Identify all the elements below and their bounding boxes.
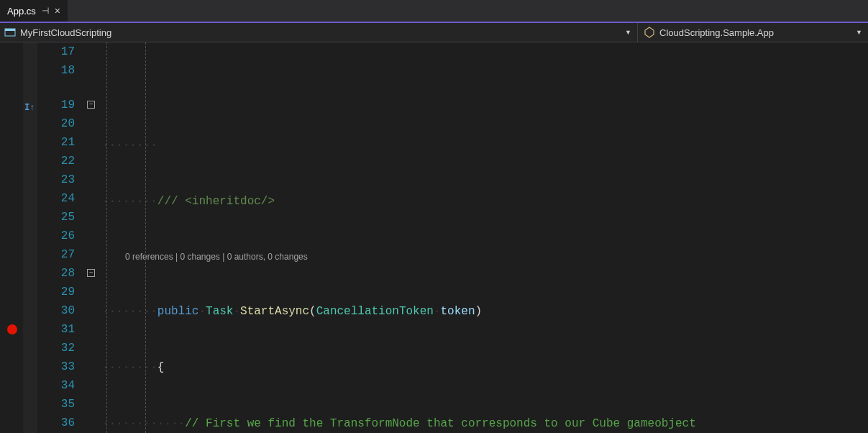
line-number: 20 xyxy=(37,114,75,133)
nav-bar: MyFirstCloudScripting ▼ CloudScripting.S… xyxy=(0,23,868,42)
svg-rect-1 xyxy=(5,29,15,31)
line-number: 28 xyxy=(37,264,75,283)
code-line: ········ xyxy=(102,136,868,155)
line-number-gutter: 17 18 19 20 21 22 23 24 25 26 27 28 29 3… xyxy=(37,42,85,433)
line-number: 31 xyxy=(37,320,75,339)
line-number: 30 xyxy=(37,301,75,320)
line-number: 26 xyxy=(37,227,75,245)
line-number: 21 xyxy=(37,133,75,152)
breakpoint-gutter[interactable] xyxy=(0,42,23,433)
fold-toggle-icon[interactable]: − xyxy=(87,101,95,109)
nav-type-label: CloudScripting.Sample.App xyxy=(659,27,774,38)
line-number: 19 xyxy=(37,96,75,114)
line-number: 29 xyxy=(37,283,75,301)
line-number: 18 xyxy=(37,61,75,80)
code-line: ········{ xyxy=(102,358,868,377)
line-number: 25 xyxy=(37,208,75,227)
fold-toggle-icon[interactable]: − xyxy=(87,269,95,277)
tab-bar: App.cs ⊣ × xyxy=(0,0,868,23)
file-tab[interactable]: App.cs ⊣ × xyxy=(0,0,68,22)
chevron-down-icon: ▼ xyxy=(625,29,637,36)
chevron-down-icon: ▼ xyxy=(856,29,868,36)
indent-guide xyxy=(106,42,107,433)
line-number: 35 xyxy=(37,395,75,414)
close-icon[interactable]: × xyxy=(55,5,60,17)
line-number: 34 xyxy=(37,376,75,395)
code-line: ········/// <inheritdoc/> xyxy=(102,192,868,211)
line-number: 23 xyxy=(37,170,75,189)
line-number: 17 xyxy=(37,42,75,61)
indent-guide xyxy=(145,42,146,433)
nav-scope-label: MyFirstCloudScripting xyxy=(20,27,111,38)
line-number: 33 xyxy=(37,357,75,376)
nav-type-dropdown[interactable]: CloudScripting.Sample.App ▼ xyxy=(638,23,868,42)
code-editor[interactable]: I↑ 17 18 19 20 21 22 23 24 25 26 27 28 2… xyxy=(0,42,868,433)
nav-scope-dropdown[interactable]: MyFirstCloudScripting ▼ xyxy=(0,23,638,42)
codelens[interactable]: 0 references | 0 changes | 0 authors, 0 … xyxy=(102,248,868,265)
change-indicator-icon: I↑ xyxy=(24,99,35,117)
class-icon xyxy=(644,27,655,38)
line-number: 22 xyxy=(37,152,75,170)
fold-gutter: − − xyxy=(85,42,99,433)
line-number: 36 xyxy=(37,414,75,432)
line-number: 32 xyxy=(37,339,75,357)
csharp-project-icon xyxy=(4,27,16,38)
code-line: ············// First we find the Transfo… xyxy=(102,414,868,433)
tab-filename: App.cs xyxy=(7,6,36,17)
line-number: 24 xyxy=(37,189,75,208)
code-line: ········public·Task·StartAsync(Cancellat… xyxy=(102,302,868,321)
pin-icon[interactable]: ⊣ xyxy=(42,6,49,16)
breakpoint-icon[interactable] xyxy=(7,324,17,334)
code-content[interactable]: ········ ········/// <inheritdoc/> 0 ref… xyxy=(99,42,868,433)
line-number: 27 xyxy=(37,245,75,264)
change-tracking-gutter: I↑ xyxy=(23,42,37,433)
